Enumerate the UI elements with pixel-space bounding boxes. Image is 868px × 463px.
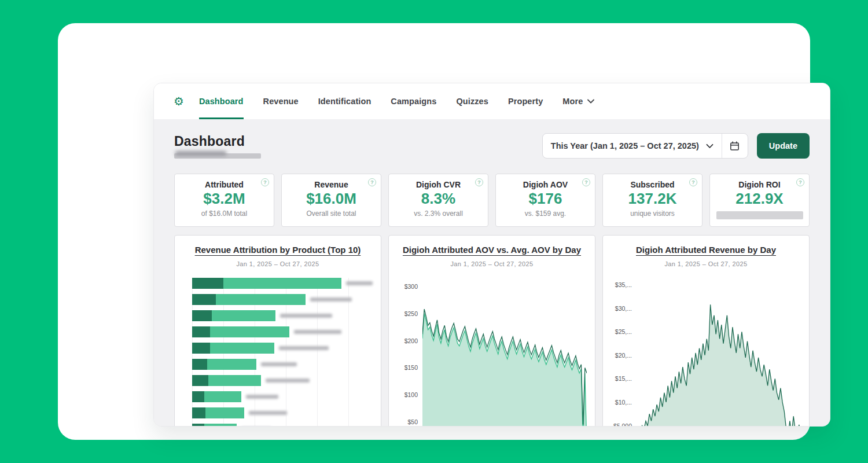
title-wrap: Dashboard [174, 134, 261, 159]
series-fill [422, 314, 587, 427]
header-controls: This Year (Jan 1, 2025 – Oct 27, 2025) [542, 133, 810, 159]
kpi-value: 212.9X [713, 190, 806, 208]
page-card: ⚙ DashboardRevenueIdentificationCampaign… [58, 23, 810, 440]
tab-dashboard[interactable]: Dashboard [199, 83, 244, 119]
tab-label: Property [508, 97, 543, 106]
kpi-title: Digioh CVR [392, 180, 484, 189]
y-tick-label: $20,... [615, 352, 632, 359]
help-icon[interactable]: ? [475, 178, 483, 186]
kpi-value: $16.0M [285, 190, 377, 208]
bar-segment-light [205, 407, 244, 418]
bar-row [192, 343, 373, 354]
kpi-value: $176 [499, 190, 591, 208]
bar-segment-dark [192, 326, 210, 337]
page-title: Dashboard [174, 134, 261, 149]
bar-segment-light [207, 359, 256, 370]
chart-card-revenue-attribution: Revenue Attribution by Product (Top 10) … [174, 235, 381, 427]
bar-chart-plot [192, 278, 373, 427]
kpi-subtitle: vs. $159 avg. [499, 210, 591, 218]
bar-segment-light [223, 278, 341, 289]
redacted-label [294, 330, 341, 334]
header-row: Dashboard This Year (Jan 1, 2025 – Oct 2… [174, 130, 810, 162]
y-tick-label: $200 [404, 337, 418, 344]
redacted-label [266, 379, 310, 383]
redacted-label [279, 346, 329, 350]
tab-more[interactable]: More [562, 83, 594, 119]
kpi-value: 8.3% [392, 190, 484, 208]
bar-segment-dark [192, 343, 210, 354]
kpi-title: Subscribed [606, 180, 698, 189]
line-chart-plot [422, 275, 587, 427]
bar-row [192, 359, 373, 370]
bar-row [192, 375, 373, 386]
bar-segment-dark [192, 424, 204, 427]
chart-card-revenue-by-day: Digioh Attributed Revenue by Day Jan 1, … [602, 235, 810, 427]
calendar-button[interactable] [722, 134, 748, 158]
bar-row [192, 294, 373, 305]
kpi-row: ?Attributed$3.2Mof $16.0M total?Revenue$… [174, 174, 810, 227]
bar-segment-dark [192, 407, 205, 418]
kpi-subtitle: Overall site total [285, 210, 377, 218]
kpi-card: ?Attributed$3.2Mof $16.0M total [174, 174, 274, 227]
bar-segment-light [204, 391, 242, 402]
redacted-subtitle [174, 153, 261, 159]
bar-segment-dark [192, 310, 212, 321]
help-icon[interactable]: ? [261, 178, 269, 186]
bar-segment-dark [192, 294, 216, 305]
kpi-value: 137.2K [606, 190, 698, 208]
aov-line-chart: $300$250$200$150$100$50 [397, 275, 587, 427]
bar-segment-dark [192, 375, 208, 386]
update-button[interactable]: Update [757, 133, 810, 159]
redacted-label [249, 411, 287, 415]
chart-canvas [637, 275, 801, 427]
kpi-subtitle: unique visitors [606, 210, 698, 218]
y-tick-label: $300 [404, 283, 418, 290]
date-range-select[interactable]: This Year (Jan 1, 2025 – Oct 27, 2025) [543, 134, 722, 158]
help-icon[interactable]: ? [689, 178, 697, 186]
bar-segment-dark [192, 278, 223, 289]
tab-campaigns[interactable]: Campaigns [391, 83, 436, 119]
chart-subtitle: Jan 1, 2025 – Oct 27, 2025 [611, 260, 801, 267]
chart-canvas [422, 275, 587, 427]
chevron-down-icon [706, 144, 713, 149]
series-fill [637, 304, 801, 427]
area-chart-plot [637, 275, 801, 427]
chart-title: Digioh Attributed AOV vs. Avg. AOV by Da… [397, 245, 587, 255]
tab-property[interactable]: Property [508, 83, 543, 119]
kpi-card: ?Revenue$16.0MOverall site total [281, 174, 381, 227]
redacted-text [716, 211, 803, 219]
bar-row [192, 278, 373, 289]
kpi-value: $3.2M [178, 190, 270, 208]
bar-segment-light [204, 424, 237, 427]
chart-subtitle: Jan 1, 2025 – Oct 27, 2025 [397, 260, 587, 267]
kpi-card: ?Digioh AOV$176vs. $159 avg. [495, 174, 595, 227]
bar-row [192, 326, 373, 337]
y-tick-label: $10,... [615, 399, 632, 406]
app-window: ⚙ DashboardRevenueIdentificationCampaign… [153, 83, 830, 427]
chart-title: Digioh Attributed Revenue by Day [611, 245, 801, 255]
y-tick-label: $15,... [615, 375, 632, 382]
help-icon[interactable]: ? [368, 178, 376, 186]
y-tick-label: $50 [407, 418, 418, 425]
help-icon[interactable]: ? [796, 178, 804, 186]
redacted-label [246, 395, 278, 399]
gear-icon[interactable]: ⚙ [174, 95, 184, 107]
y-axis: $35,...$30,...$25,...$20,...$15,...$10,.… [611, 275, 637, 427]
redacted-label [261, 362, 297, 366]
tab-identification[interactable]: Identification [318, 83, 372, 119]
y-tick-label: $5,000 [613, 422, 632, 427]
y-axis: $300$250$200$150$100$50 [397, 275, 422, 427]
y-tick-label: $35,... [615, 281, 632, 288]
kpi-card: ?Subscribed137.2Kunique visitors [602, 174, 703, 227]
kpi-subtitle: of $16.0M total [178, 210, 270, 218]
tab-quizzes[interactable]: Quizzes [456, 83, 488, 119]
tab-revenue[interactable]: Revenue [263, 83, 299, 119]
chart-subtitle: Jan 1, 2025 – Oct 27, 2025 [183, 260, 373, 267]
kpi-card: ?Digioh CVR8.3%vs. 2.3% overall [388, 174, 488, 227]
chart-card-aov-by-day: Digioh Attributed AOV vs. Avg. AOV by Da… [388, 235, 595, 427]
tab-label: More [562, 97, 583, 106]
tab-label: Dashboard [199, 97, 244, 106]
help-icon[interactable]: ? [582, 178, 590, 186]
bar-row [192, 310, 373, 321]
y-tick-label: $100 [404, 391, 418, 398]
